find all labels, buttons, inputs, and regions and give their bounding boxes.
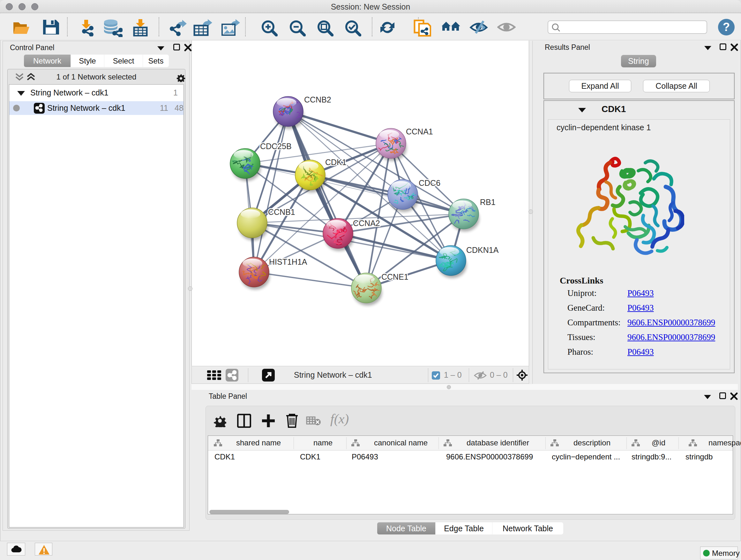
svg-text:CCNA1: CCNA1 [406,127,433,136]
svg-text:?: ? [723,20,730,34]
svg-text:CCNB1: CCNB1 [268,207,295,216]
svg-text:CDK1: CDK1 [325,158,347,167]
svg-text:CCNE1: CCNE1 [381,272,408,281]
svg-text:CCNA2: CCNA2 [353,219,380,228]
svg-text:CDC6: CDC6 [419,179,441,187]
svg-text:CDKN1A: CDKN1A [466,246,499,254]
svg-text:HIST1H1A: HIST1H1A [269,257,307,266]
svg-text:RB1: RB1 [480,198,495,206]
svg-text:CDC25B: CDC25B [260,142,292,151]
svg-text:CCNB2: CCNB2 [304,95,331,104]
